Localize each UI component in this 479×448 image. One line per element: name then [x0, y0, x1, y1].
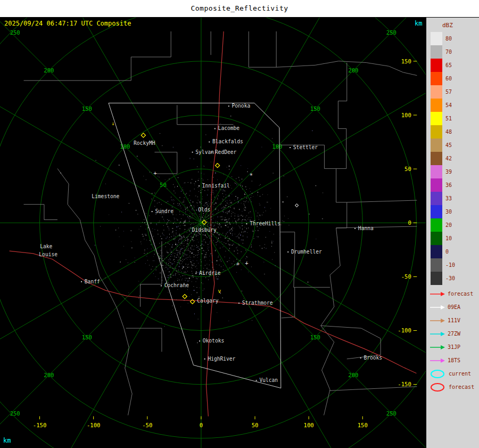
colorbar-title: dBZ — [442, 22, 479, 29]
legend-ellipse-row: current — [430, 367, 479, 380]
city-dot — [287, 251, 288, 252]
city-label: Louise — [39, 251, 57, 257]
ring-label: 100 — [120, 143, 130, 150]
city-dot — [228, 105, 229, 107]
radar-map-svg: 2502001501005025020015010025020015025020… — [0, 18, 426, 448]
legend-label: 18TS — [448, 357, 460, 363]
colorbar-value-label: 0 — [445, 245, 449, 258]
colorbar-swatch — [431, 152, 442, 165]
colorbar-entry: 51 — [431, 112, 479, 125]
colorbar-value-label: 65 — [445, 59, 452, 72]
colorbar-entry: 20 — [431, 218, 479, 232]
legend-track-row: forecast — [430, 287, 479, 300]
ring-label: 250 — [10, 29, 20, 36]
y-axis-tick-label: 50 — [404, 166, 411, 172]
city-label: Drumheller — [291, 249, 322, 255]
colorbar-swatch — [431, 192, 442, 205]
colorbar-entry: 48 — [431, 125, 479, 139]
city-label: RockyMH — [134, 140, 155, 146]
track-arrow-icon — [430, 290, 445, 298]
city-label: Innisfail — [202, 183, 230, 189]
city-dot — [238, 303, 240, 304]
x-axis-tick-label: -150 — [33, 422, 46, 428]
city-label: Limestone — [92, 193, 119, 199]
colorbar-swatch — [431, 112, 442, 125]
y-axis-tick-label: 100 — [401, 112, 411, 118]
city-dot — [161, 285, 162, 286]
city-label: Hanna — [358, 225, 374, 231]
colorbar-value-label: -30 — [445, 272, 455, 285]
city-label: Didsbury — [192, 227, 217, 233]
city-dot — [204, 359, 205, 360]
colorbar-swatch — [431, 99, 442, 112]
colorbar-swatch — [431, 245, 442, 258]
ring-label: 200 — [44, 372, 54, 378]
y-axis-tick-label: 0 — [408, 219, 411, 226]
colorbar-value-label: 60 — [445, 72, 452, 85]
x-axis-tick-label: 50 — [252, 422, 259, 428]
white-point-icon: * — [250, 172, 253, 178]
city-dot — [192, 152, 193, 153]
legend-ellipse-row: forecast — [430, 380, 479, 394]
colorbar-swatch — [431, 218, 442, 232]
window-title: Composite_Reflectivity — [0, 0, 479, 18]
city-dot — [360, 357, 361, 359]
x-axis-tick-label: -50 — [142, 422, 152, 428]
ring-label: 250 — [386, 29, 397, 36]
colorbar-swatch — [431, 125, 442, 139]
radar-map-panel: 2502001501005025020015010025020015025020… — [0, 18, 426, 448]
arrow-marker-icon: ↓ — [112, 120, 115, 126]
colorbar-swatch — [431, 272, 442, 285]
y-axis-tick-label: 150 — [401, 58, 411, 64]
colorbar-swatch — [431, 85, 442, 99]
colorbar-entry: -10 — [431, 258, 479, 272]
city-dot — [290, 147, 291, 148]
city-dot — [209, 142, 210, 143]
colorbar-value-label: 54 — [445, 99, 452, 112]
city-label: Sylvan — [195, 149, 214, 155]
y-axis-tick-label: -50 — [401, 273, 411, 280]
range-radials — [0, 18, 426, 448]
x-axis-tick-label: 0 — [200, 422, 203, 428]
city-label: Banff — [85, 279, 100, 284]
colorbar-swatch — [431, 139, 442, 152]
colorbar-entry: 10 — [431, 232, 479, 245]
city-label: Cochrane — [164, 282, 189, 288]
track-arrow-icon — [430, 344, 445, 351]
city-dot — [195, 273, 196, 274]
colorbar-swatch — [431, 165, 442, 178]
legend-track-row: 18TS — [430, 354, 479, 367]
white-point-icon: + — [236, 260, 240, 267]
city-dot — [199, 185, 200, 186]
legend-label: 31JP — [448, 344, 460, 350]
city-label: Lake — [40, 243, 52, 249]
ring-label: 150 — [310, 105, 320, 112]
track-arrow-icon — [430, 304, 445, 311]
colorbar-entry: 33 — [431, 192, 479, 205]
colorbar-value-label: 36 — [445, 178, 452, 192]
city-dot — [246, 223, 247, 224]
colorbar-entry: 42 — [431, 152, 479, 165]
colorbar-value-label: -10 — [445, 258, 455, 272]
colorbar-value-label: 48 — [445, 125, 452, 139]
city-label: Calgary — [197, 298, 219, 304]
x-axis-tick-label: 100 — [304, 422, 314, 428]
city-label: Blackfalds — [212, 139, 243, 144]
colorbar-entry: -30 — [431, 272, 479, 285]
track-arrow-icon — [430, 317, 445, 324]
white-point-icon: + — [245, 260, 248, 266]
city-dot — [214, 128, 216, 129]
ring-label: 50 — [160, 182, 167, 188]
colorbar-value-label: 33 — [445, 192, 452, 205]
city-label: Vulcan — [259, 377, 278, 383]
legend-track-row: 111V — [430, 314, 479, 327]
white-diamond-icon — [295, 204, 299, 207]
colorbar-swatch — [431, 178, 442, 192]
legend-track-row: 09EA — [430, 300, 479, 314]
legend-track-row: 31JP — [430, 340, 479, 354]
x-axis-tick-label: -100 — [87, 422, 100, 428]
arrow-marker-icon: v — [218, 288, 221, 294]
colorbar-value-label: 39 — [445, 165, 452, 178]
city-label: Sundre — [155, 208, 174, 214]
colorbar-swatch — [431, 45, 442, 59]
